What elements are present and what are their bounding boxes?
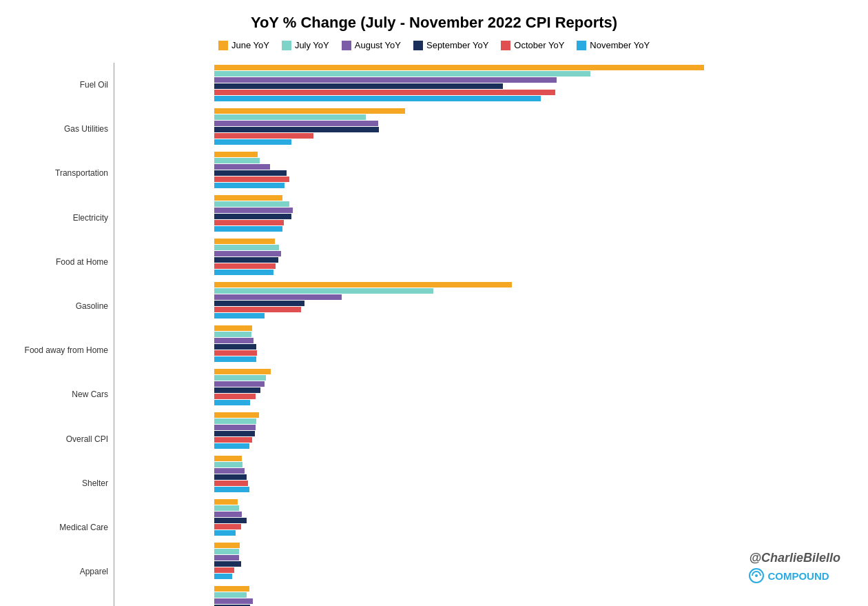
bar bbox=[214, 443, 249, 449]
bar bbox=[214, 375, 266, 381]
bar-row bbox=[114, 456, 861, 461]
bar bbox=[214, 456, 242, 461]
bar-row bbox=[114, 524, 861, 529]
bar-group bbox=[114, 454, 861, 494]
watermark: @CharlieBilello COMPOUND bbox=[749, 551, 840, 583]
bar-row bbox=[114, 499, 861, 505]
y-label: Gas Utilities bbox=[7, 124, 114, 134]
bar-row bbox=[114, 127, 861, 132]
bar bbox=[214, 263, 276, 269]
bar-row bbox=[114, 195, 861, 201]
bar-row bbox=[114, 139, 861, 145]
y-label: New Cars bbox=[7, 390, 114, 399]
bar-group bbox=[114, 367, 861, 407]
bar-group bbox=[114, 280, 861, 321]
bar-group bbox=[114, 150, 861, 190]
bar bbox=[214, 77, 557, 83]
bar bbox=[214, 499, 238, 505]
bar-row bbox=[114, 214, 861, 219]
bar-row bbox=[114, 96, 861, 101]
bar bbox=[214, 220, 285, 225]
y-label: Gasoline bbox=[7, 301, 114, 311]
bar bbox=[214, 170, 287, 176]
bar bbox=[214, 468, 245, 474]
bar bbox=[214, 481, 249, 486]
bar-row bbox=[114, 418, 861, 424]
bar-row bbox=[114, 437, 861, 443]
bar-group bbox=[114, 410, 861, 451]
bar-row bbox=[114, 158, 861, 163]
bar bbox=[214, 431, 255, 436]
bar-row bbox=[114, 176, 861, 182]
bar-row bbox=[114, 369, 861, 374]
bar-row bbox=[114, 288, 861, 294]
bar bbox=[214, 96, 541, 101]
bar bbox=[214, 350, 257, 356]
bar bbox=[214, 282, 513, 287]
bar bbox=[214, 245, 280, 250]
legend-item: September YoY bbox=[413, 40, 488, 50]
bar bbox=[214, 83, 504, 89]
y-label: Electricity bbox=[7, 213, 114, 223]
bar-row bbox=[114, 152, 861, 157]
bar-row bbox=[114, 443, 861, 449]
svg-point-1 bbox=[755, 574, 758, 577]
bar bbox=[214, 294, 342, 300]
bar bbox=[214, 71, 590, 77]
bar-row bbox=[114, 412, 861, 418]
bar-group bbox=[114, 193, 861, 234]
bar bbox=[214, 257, 279, 263]
bar-row bbox=[114, 381, 861, 387]
bar-row bbox=[114, 505, 861, 511]
bar bbox=[214, 369, 271, 374]
y-label: Transportation bbox=[7, 168, 114, 178]
bar bbox=[214, 394, 256, 399]
bar bbox=[214, 474, 247, 480]
bar bbox=[214, 356, 256, 362]
bar bbox=[214, 288, 433, 294]
bar bbox=[214, 543, 240, 548]
bar-row bbox=[114, 183, 861, 188]
bar-row bbox=[114, 350, 861, 356]
chart-area: Fuel OilGas UtilitiesTransportationElect… bbox=[7, 63, 861, 606]
bar bbox=[214, 195, 282, 201]
bar-row bbox=[114, 356, 861, 362]
bar bbox=[214, 586, 249, 592]
bar bbox=[214, 338, 254, 343]
bar-row bbox=[114, 294, 861, 300]
chart-title: YoY % Change (July - November 2022 CPI R… bbox=[7, 14, 861, 32]
bar-row bbox=[114, 90, 861, 95]
watermark-text: @CharlieBilello bbox=[749, 551, 840, 565]
bar bbox=[214, 381, 265, 387]
bar-row bbox=[114, 208, 861, 213]
bar bbox=[214, 90, 555, 95]
bar-row bbox=[114, 592, 861, 598]
bar-row bbox=[114, 257, 861, 263]
bar bbox=[214, 307, 301, 312]
bar bbox=[214, 301, 305, 306]
bar-row bbox=[114, 394, 861, 399]
bar bbox=[214, 592, 247, 598]
bar-row bbox=[114, 220, 861, 225]
bar bbox=[214, 487, 249, 492]
bar-row bbox=[114, 325, 861, 331]
bar bbox=[214, 164, 271, 170]
y-label: Food away from Home bbox=[7, 345, 114, 355]
bar bbox=[214, 567, 235, 573]
bar-row bbox=[114, 512, 861, 517]
bar-row bbox=[114, 121, 861, 126]
bar bbox=[214, 214, 291, 219]
bar-row bbox=[114, 375, 861, 381]
y-label: Medical Care bbox=[7, 523, 114, 532]
bar bbox=[214, 313, 265, 319]
bar-row bbox=[114, 344, 861, 350]
bar-group bbox=[114, 497, 861, 538]
bar-row bbox=[114, 114, 861, 120]
bar-group bbox=[114, 106, 861, 147]
bar-row bbox=[114, 251, 861, 256]
bar-row bbox=[114, 400, 861, 405]
bar bbox=[214, 574, 232, 579]
bar bbox=[214, 152, 258, 157]
bar bbox=[214, 524, 241, 529]
bar bbox=[214, 344, 256, 350]
